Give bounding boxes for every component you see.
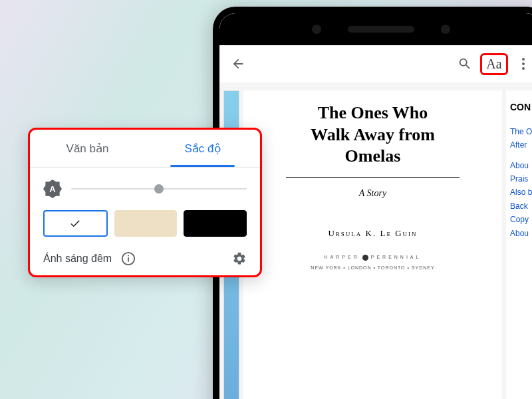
check-icon [69,217,81,229]
book-subtitle: A Story [249,188,497,199]
theme-black[interactable] [184,210,247,237]
overflow-menu-button[interactable] [509,49,532,78]
theme-white[interactable] [43,210,108,237]
display-settings-panel: Văn bản Sắc độ A Ánh sáng đêm [28,128,262,277]
toc-link[interactable]: Abou [510,227,532,240]
page-current[interactable]: The Ones Who Walk Away from Omelas A Sto… [243,90,502,399]
tab-brightness[interactable]: Sắc độ [145,130,260,167]
title-divider [286,177,460,178]
toc-heading: CON [510,100,532,116]
brightness-row: A [30,168,260,202]
page-thumbnail-next[interactable]: CON The O After Abou Prais Also b Back C… [506,90,532,399]
auto-a-icon: A [49,184,55,194]
book-author: Ursula K. Le Guin [249,228,497,239]
publisher-line: HARPERPERENNIAL [249,255,497,261]
toc-link[interactable]: Prais [510,172,532,186]
text-aa-icon: Aa [480,53,507,75]
brightness-slider[interactable] [71,188,247,190]
publisher-cities: NEW YORK • LONDON • TORONTO • SYDNEY [249,265,497,270]
notch [219,13,532,45]
theme-swatches [30,202,260,242]
info-icon[interactable] [121,251,136,266]
tab-text[interactable]: Văn bản [30,130,145,167]
svg-rect-1 [128,257,129,261]
toc-link[interactable]: After [510,138,532,152]
back-button[interactable] [223,49,253,78]
settings-tabs: Văn bản Sắc độ [30,130,260,167]
toc-link[interactable]: The O [510,125,532,138]
toc-link[interactable]: Abou [510,159,532,172]
svg-rect-2 [128,255,129,257]
night-light-row: Ánh sáng đêm [30,242,260,266]
auto-brightness-toggle[interactable]: A [43,180,62,198]
night-light-label: Ánh sáng đêm [43,253,112,265]
search-button[interactable] [450,49,479,78]
toc-link[interactable]: Also b [510,186,532,199]
app-bar: Aa [219,45,532,82]
book-title: The Ones Who Walk Away from Omelas [249,102,497,168]
search-icon [458,57,472,71]
reader-carousel[interactable]: The Ones Who Walk Away from Omelas A Sto… [219,82,532,399]
kebab-icon [522,58,525,70]
theme-sepia[interactable] [114,210,178,237]
slider-thumb[interactable] [154,184,164,194]
gear-icon[interactable] [232,251,247,266]
text-settings-button[interactable]: Aa [479,49,509,78]
arrow-left-icon [231,57,245,71]
phone-screen: Aa The Ones Who Walk Away from Omelas A … [219,13,532,399]
toc-link[interactable]: Back [510,200,532,213]
toc-link[interactable]: Copy [510,213,532,226]
